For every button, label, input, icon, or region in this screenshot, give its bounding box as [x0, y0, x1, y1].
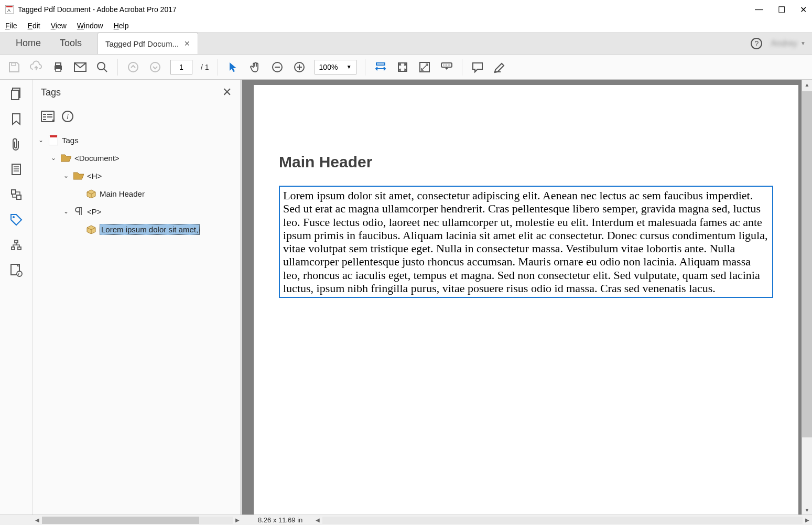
print-icon[interactable]: [51, 60, 65, 74]
tags-icon[interactable]: [9, 213, 23, 227]
title-bar: A Tagged Pdf Document - Adobe Acrobat Pr…: [0, 0, 812, 19]
thumbnails-icon[interactable]: [9, 87, 23, 101]
maximize-button[interactable]: ☐: [778, 5, 785, 15]
menu-help[interactable]: Help: [114, 22, 129, 30]
svg-point-35: [13, 216, 15, 218]
document-view[interactable]: Main Header Lorem ipsum dolor sit amet, …: [242, 80, 812, 515]
page-down-icon[interactable]: [148, 60, 162, 74]
help-icon[interactable]: ?: [751, 38, 762, 49]
page-up-icon[interactable]: [126, 60, 140, 74]
vertical-scrollbar[interactable]: ▲ ▼: [802, 80, 812, 515]
panel-close-icon[interactable]: ✕: [222, 85, 232, 99]
tree-h-content[interactable]: Main Header: [33, 185, 240, 202]
window-title: Tagged Pdf Document - Adobe Acrobat Pro …: [18, 5, 755, 14]
panel-info-icon[interactable]: i: [62, 111, 73, 122]
tag-folder-icon: [73, 170, 84, 181]
bookmarks-icon[interactable]: [9, 112, 23, 126]
svg-point-11: [150, 62, 160, 72]
menu-edit[interactable]: Edit: [28, 22, 40, 30]
chevron-down-icon[interactable]: ⌄: [37, 136, 45, 144]
tab-tools[interactable]: Tools: [50, 33, 91, 54]
scroll-right-icon[interactable]: ▶: [803, 517, 812, 523]
svg-line-9: [104, 69, 107, 72]
structure-icon[interactable]: [9, 238, 23, 252]
svg-rect-38: [18, 247, 21, 250]
menu-file[interactable]: File: [5, 22, 17, 30]
toolbar: / 1 100%▼: [0, 55, 812, 80]
tags-tree[interactable]: ⌄ Tags ⌄ <Document> ⌄ <H> Main Header ⌄: [33, 128, 240, 515]
menu-view[interactable]: View: [51, 22, 67, 30]
document-paragraph-selected[interactable]: Lorem ipsum dolor sit amet, consectetur …: [279, 186, 773, 298]
highlight-icon[interactable]: [493, 60, 506, 74]
page-dimensions: 8.26 x 11.69 in: [258, 516, 302, 524]
content-icon[interactable]: [9, 163, 23, 176]
document-horizontal-scrollbar[interactable]: ◀ ▶: [313, 517, 812, 524]
email-icon[interactable]: [73, 60, 87, 74]
tree-p-content[interactable]: Lorem ipsum dolor sit amet,: [33, 220, 240, 238]
panel-options-icon[interactable]: [41, 111, 55, 122]
close-button[interactable]: ✕: [800, 5, 807, 15]
scroll-left-icon[interactable]: ◀: [313, 517, 322, 523]
chevron-down-icon[interactable]: ⌄: [62, 172, 70, 179]
tags-panel: Tags ✕ i ⌄ Tags ⌄ <Document> ⌄ <H>: [33, 80, 242, 515]
svg-rect-37: [12, 247, 15, 250]
tab-document[interactable]: Tagged Pdf Docum... ✕: [98, 33, 198, 54]
chevron-down-icon[interactable]: ⌄: [49, 154, 58, 162]
search-icon[interactable]: [95, 60, 109, 74]
svg-rect-3: [12, 63, 16, 66]
zoom-select[interactable]: 100%▼: [315, 60, 356, 74]
svg-rect-36: [15, 240, 18, 243]
tab-close-icon[interactable]: ✕: [184, 39, 190, 48]
panel-title: Tags: [41, 87, 61, 98]
box-icon: [86, 188, 96, 199]
scrollbar-thumb[interactable]: [802, 91, 812, 437]
zoom-value: 100%: [319, 63, 338, 71]
panel-header: Tags ✕: [33, 80, 240, 105]
scroll-right-icon[interactable]: ▶: [233, 517, 242, 523]
window-controls: — ☐ ✕: [755, 5, 807, 15]
order-icon[interactable]: [9, 188, 23, 201]
chevron-down-icon: ▼: [347, 64, 352, 70]
attachments-icon[interactable]: [9, 137, 23, 151]
scroll-up-icon[interactable]: ▲: [802, 80, 812, 89]
read-mode-icon[interactable]: [440, 60, 453, 74]
scroll-down-icon[interactable]: ▼: [802, 505, 812, 515]
cloud-upload-icon[interactable]: [29, 60, 43, 74]
save-icon[interactable]: [7, 60, 21, 74]
tree-root[interactable]: ⌄ Tags: [33, 131, 240, 149]
scroll-left-icon[interactable]: ◀: [33, 517, 42, 523]
page-total: / 1: [201, 63, 209, 71]
svg-rect-28: [12, 90, 19, 100]
svg-rect-17: [376, 63, 385, 65]
tag-folder-icon: [61, 153, 71, 163]
menu-window[interactable]: Window: [77, 22, 103, 30]
svg-point-40: [17, 271, 22, 276]
scrollbar-thumb[interactable]: [42, 517, 199, 524]
fit-width-icon[interactable]: [374, 60, 387, 74]
tree-p[interactable]: ⌄ <P>: [33, 202, 240, 220]
hand-tool-icon[interactable]: [248, 60, 262, 74]
tree-h[interactable]: ⌄ <H>: [33, 167, 240, 185]
accessibility-icon[interactable]: i: [9, 263, 23, 277]
user-name[interactable]: Andrey: [771, 39, 797, 48]
document-header: Main Header: [279, 153, 773, 171]
chevron-down-icon[interactable]: ⌄: [62, 208, 70, 215]
svg-text:A: A: [7, 8, 10, 13]
panel-horizontal-scrollbar[interactable]: ◀ ▶: [33, 517, 242, 524]
tree-document[interactable]: ⌄ <Document>: [33, 149, 240, 167]
page-number-input[interactable]: [170, 60, 192, 74]
svg-rect-6: [56, 69, 61, 71]
fullscreen-icon[interactable]: [418, 60, 431, 74]
svg-rect-33: [12, 190, 16, 194]
user-dropdown-icon[interactable]: ▼: [800, 40, 806, 46]
zoom-out-icon[interactable]: [270, 60, 284, 74]
tab-home[interactable]: Home: [6, 33, 50, 54]
pdf-page[interactable]: Main Header Lorem ipsum dolor sit amet, …: [254, 85, 798, 515]
comment-icon[interactable]: [471, 60, 484, 74]
select-tool-icon[interactable]: [226, 60, 240, 74]
svg-point-10: [128, 62, 138, 72]
fit-page-icon[interactable]: [396, 60, 409, 74]
minimize-button[interactable]: —: [755, 5, 763, 15]
svg-rect-1: [6, 6, 13, 7]
zoom-in-icon[interactable]: [293, 60, 306, 74]
